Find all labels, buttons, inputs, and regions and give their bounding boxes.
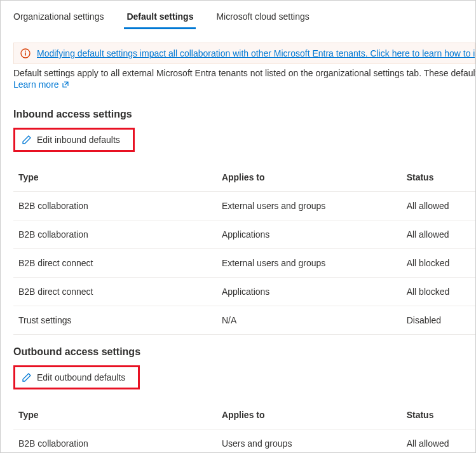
- cell-status: All blocked: [402, 278, 475, 306]
- content-area: Modifying default settings impact all co…: [1, 30, 475, 453]
- col-header-status: Status: [402, 401, 475, 429]
- cell-applies: External users and groups: [217, 192, 402, 220]
- svg-rect-2: [25, 53, 26, 56]
- edit-inbound-label: Edit inbound defaults: [37, 135, 120, 145]
- col-header-type: Type: [13, 401, 217, 429]
- description-text: Default settings apply to all external M…: [13, 68, 475, 78]
- table-row: B2B collaborationApplicationsAll allowed: [13, 220, 475, 249]
- learn-more-link[interactable]: Learn more: [13, 79, 69, 90]
- edit-outbound-defaults-button[interactable]: Edit outbound defaults: [15, 367, 132, 388]
- cell-applies: Users and groups: [217, 429, 402, 454]
- tab-microsoft-cloud-settings[interactable]: Microsoft cloud settings: [214, 4, 311, 29]
- edit-inbound-defaults-button[interactable]: Edit inbound defaults: [15, 130, 126, 150]
- cell-type: B2B collaboration: [13, 429, 217, 454]
- learn-more-label: Learn more: [13, 79, 59, 90]
- edit-outbound-highlight: Edit outbound defaults: [13, 365, 140, 389]
- col-header-status: Status: [402, 163, 475, 192]
- col-header-applies: Applies to: [217, 163, 402, 192]
- pencil-icon: [22, 135, 32, 145]
- cell-applies: N/A: [217, 306, 402, 335]
- cell-type: Trust settings: [13, 306, 217, 335]
- edit-outbound-label: Edit outbound defaults: [37, 372, 125, 382]
- cell-type: B2B direct connect: [13, 278, 217, 306]
- inbound-table: Type Applies to Status B2B collaboration…: [13, 163, 475, 335]
- cell-type: B2B collaboration: [13, 192, 217, 220]
- outbound-section-title: Outbound access settings: [13, 346, 475, 358]
- table-row: B2B collaborationExternal users and grou…: [13, 192, 475, 220]
- edit-inbound-highlight: Edit inbound defaults: [13, 128, 135, 152]
- cell-type: B2B collaboration: [13, 220, 217, 249]
- warning-banner-link[interactable]: Modifying default settings impact all co…: [37, 48, 475, 58]
- warning-banner: Modifying default settings impact all co…: [13, 43, 475, 64]
- cell-applies: Applications: [217, 278, 402, 306]
- inbound-section-title: Inbound access settings: [13, 109, 475, 120]
- table-row: B2B collaborationUsers and groupsAll all…: [13, 429, 475, 454]
- cell-status: All allowed: [402, 192, 475, 220]
- tab-default-settings[interactable]: Default settings: [124, 4, 196, 29]
- settings-panel: Organizational settings Default settings…: [0, 0, 476, 453]
- table-row: B2B direct connectExternal users and gro…: [13, 249, 475, 278]
- tab-organizational-settings[interactable]: Organizational settings: [11, 4, 106, 29]
- external-link-icon: [62, 81, 69, 88]
- cell-status: Disabled: [402, 306, 475, 335]
- info-icon: [20, 48, 31, 58]
- table-row: B2B direct connectApplicationsAll blocke…: [13, 278, 475, 306]
- cell-status: All blocked: [402, 249, 475, 278]
- cell-type: B2B direct connect: [13, 249, 217, 278]
- cell-applies: Applications: [217, 220, 402, 249]
- col-header-type: Type: [13, 163, 217, 192]
- table-row: Trust settingsN/ADisabled: [13, 306, 475, 335]
- col-header-applies: Applies to: [217, 401, 402, 429]
- cell-applies: External users and groups: [217, 249, 402, 278]
- cell-status: All allowed: [402, 429, 475, 454]
- tab-bar: Organizational settings Default settings…: [1, 1, 475, 30]
- cell-status: All allowed: [402, 220, 475, 249]
- pencil-icon: [22, 372, 32, 382]
- outbound-header-row: Type Applies to Status: [13, 401, 475, 429]
- svg-point-1: [25, 51, 26, 52]
- inbound-header-row: Type Applies to Status: [13, 163, 475, 192]
- outbound-table: Type Applies to Status B2B collaboration…: [13, 401, 475, 453]
